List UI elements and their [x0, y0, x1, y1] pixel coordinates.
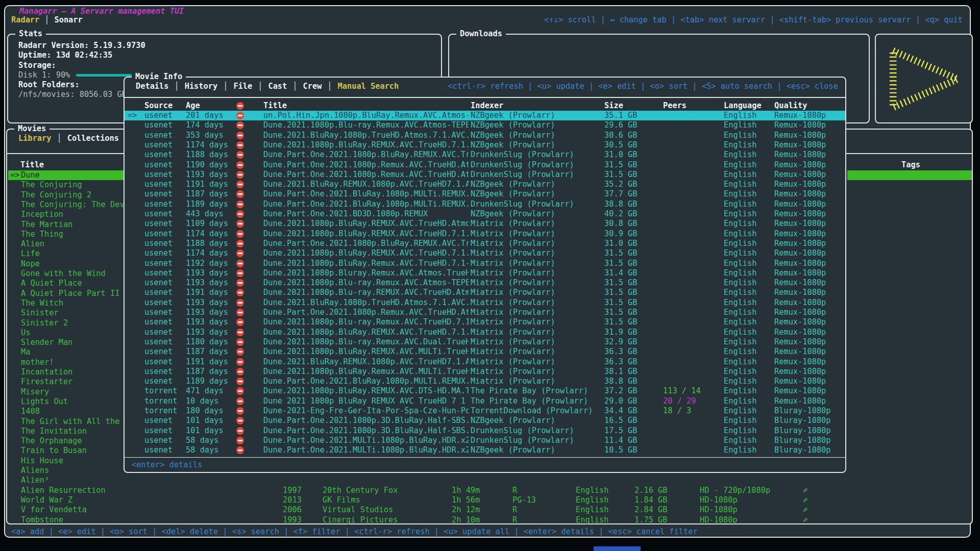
- cell-title: Dune.Part.One.2021.1080p.3D.BluRay.Half-…: [263, 416, 469, 425]
- cell-indexer: NZBgeek (Prowlarr): [471, 209, 602, 219]
- cell-size: 16.5 GB: [604, 416, 637, 425]
- cell-size: 40.2 GB: [604, 209, 637, 219]
- cell-language: English: [724, 239, 756, 248]
- search-result-row[interactable]: usenet1187 daysDune.2021.1080p.BluRay.Re…: [125, 367, 845, 377]
- cell-studio: GK Films: [323, 495, 360, 505]
- search-result-row[interactable]: torrent471 daysDune.2021.1080p.BluRay.RE…: [125, 386, 845, 396]
- search-result-row[interactable]: usenet101 daysDune.Part.One.2021.1080p.3…: [125, 416, 845, 425]
- cell-indexer: Miatrix (Prowlarr): [471, 278, 602, 288]
- cell-title: Dune.Part.One.2021.BluRay.1080p.MULTi.RE…: [263, 189, 469, 199]
- search-result-row[interactable]: usenet1193 daysDune.2021.1080p.Bluray.Re…: [125, 268, 845, 278]
- search-result-row[interactable]: usenet1191 daysDune.2021.1080p.Blu-ray.R…: [125, 288, 845, 297]
- cell-language: English: [724, 328, 756, 337]
- search-result-row[interactable]: usenet1193 daysDune.2021.1080p.BluRay.RE…: [125, 328, 845, 337]
- search-result-row[interactable]: usenet1174 daysDune.2021.1080p.BluRay.RE…: [125, 229, 845, 239]
- search-result-row[interactable]: usenet1191 daysDune.2021.BluRay.REMUX.10…: [125, 180, 845, 189]
- tab-radarr[interactable]: Radarr: [11, 15, 39, 24]
- search-result-row[interactable]: usenet1188 daysDune.Part.One.2021.1080p.…: [125, 239, 845, 248]
- search-result-row[interactable]: =>usenet201 daysun.Pol.Hin.Jpn.1080p.Blu…: [125, 111, 845, 120]
- no-entry-icon: [236, 368, 244, 375]
- search-result-row[interactable]: usenet1180 daysDune.2021.1080p.Blu-ray.R…: [125, 337, 845, 347]
- no-entry-icon: [236, 249, 244, 257]
- stats-panel-title: Stats: [15, 29, 46, 38]
- cell-indexer: DrunkenSlug (Prowlarr): [471, 160, 602, 170]
- search-result-row[interactable]: usenet1109 daysDune.2021.1080p.BluRay.RE…: [125, 219, 845, 229]
- movie-table-row[interactable]: 2013GK Films1h 56mPG-13English1.84 GBHD-…: [7, 495, 972, 505]
- cell-title: Dune.2021.BluRay.1080p.TrueHD.Atmos.7.1.…: [263, 131, 469, 140]
- cell-language: English: [724, 259, 756, 268]
- search-result-row[interactable]: usenet1189 daysDune.Part.One.2021.BluRay…: [125, 199, 845, 209]
- search-result-row[interactable]: usenet1193 daysDune.2021.1080p.Blu-ray.R…: [125, 278, 845, 288]
- managarr-play-logo: [885, 42, 965, 116]
- tag-icon: ✎: [803, 495, 807, 505]
- search-result-row[interactable]: usenet1191 daysDune.2021.BluRay.REMUX.10…: [125, 357, 845, 367]
- cell-source: usenet: [144, 219, 173, 229]
- search-result-row[interactable]: usenet1193 daysDune.Part.One.2021.1080p.…: [125, 308, 845, 317]
- search-result-row[interactable]: usenet1188 daysDune.Part.One.2021.1080p.…: [125, 150, 845, 160]
- modal-tab-manual-search[interactable]: Manual Search: [338, 82, 399, 91]
- cell-quality: Remux-1080p: [774, 328, 826, 337]
- cell-source: usenet: [144, 189, 173, 199]
- cell-indexer: NZBgeek (Prowlarr): [471, 189, 602, 199]
- search-result-row[interactable]: usenet1193 daysDune.2021.BluRay.1080p.Tr…: [125, 298, 845, 308]
- cell-title: Dune.2021.1080p.Blu-ray.Remux.AVC.TrueHD…: [263, 317, 469, 327]
- search-result-row[interactable]: torrent10 daysDune 2021 1080p BluRay REM…: [125, 396, 845, 406]
- cell-language: English: [724, 416, 756, 425]
- no-entry-icon: [236, 289, 244, 296]
- modal-tab-details[interactable]: Details: [136, 82, 185, 91]
- modal-tab-crew[interactable]: Crew: [303, 82, 338, 91]
- cell-age: 174 days: [186, 120, 224, 130]
- no-entry-icon: [236, 378, 244, 385]
- cell-peers: 18 / 3: [663, 406, 691, 416]
- cell-size: 31.5 GB: [604, 160, 637, 170]
- search-result-row[interactable]: torrent180 daysDune-2021-Eng-Fre-Ger-Ita…: [125, 406, 845, 416]
- cell-language: English: [724, 199, 756, 209]
- modal-tab-history[interactable]: History: [185, 82, 234, 91]
- cell-size: 31.5 GB: [604, 248, 637, 258]
- modal-tabs-separator: [125, 97, 845, 98]
- search-result-row[interactable]: usenet1193 daysDune.Part.One.2021.1080p.…: [125, 170, 845, 180]
- cell-source: usenet: [144, 120, 173, 130]
- search-result-row[interactable]: usenet174 daysDune.2021.1080p.Blu-ray.Re…: [125, 120, 845, 130]
- modal-tab-file[interactable]: File: [233, 82, 268, 91]
- cell-language: English: [724, 445, 756, 455]
- movie-table-row[interactable]: 1993Cinergi Pictures2h 10mREnglish1.75 G…: [7, 515, 972, 525]
- cell-source: usenet: [144, 308, 173, 317]
- column-header-quality: Quality: [774, 101, 807, 110]
- search-result-row[interactable]: usenet58 daysDune.Part.One.2021.MULTi.10…: [125, 436, 845, 445]
- cell-source: usenet: [144, 160, 173, 170]
- search-result-row[interactable]: usenet353 daysDune.2021.BluRay.1080p.Tru…: [125, 131, 845, 140]
- movie-table-row[interactable]: 199720th Century Fox1h 49mREnglish2.16 G…: [7, 486, 972, 495]
- cell-language: English: [724, 347, 756, 357]
- tab-sonarr[interactable]: Sonarr: [54, 15, 82, 24]
- cell-age: 353 days: [186, 131, 224, 140]
- search-result-row[interactable]: usenet443 daysDune.Part.One.2021.BD3D.10…: [125, 209, 845, 219]
- cell-quality: HD-1080p: [700, 495, 738, 505]
- cell-age: 1193 days: [186, 170, 228, 180]
- cell-quality: Remux-1080p: [774, 248, 826, 258]
- search-result-row[interactable]: usenet101 daysDune.Part.One.2021.1080p.3…: [125, 426, 845, 436]
- cell-age: 1191 days: [186, 180, 228, 189]
- cell-language: English: [576, 505, 608, 515]
- cell-quality: Remux-1080p: [774, 386, 826, 396]
- search-result-row[interactable]: usenet1189 daysDune.Part.One.2021.BluRay…: [125, 377, 845, 386]
- column-header-indexer: Indexer: [471, 101, 503, 110]
- search-result-row[interactable]: usenet1174 daysDune.2021.1080p.BluRay.RE…: [125, 140, 845, 150]
- cell-quality: Remux-1080p: [774, 120, 826, 130]
- search-result-row[interactable]: usenet1174 daysDune.2021.1080p.BluRay.RE…: [125, 248, 845, 258]
- search-result-row[interactable]: usenet1187 daysDune.Part.One.2021.BluRay…: [125, 189, 845, 199]
- cell-indexer: TorrentDownload (Prowlarr): [471, 406, 602, 416]
- search-result-row[interactable]: usenet58 daysDune.Part.One.2021.MULTi.10…: [125, 445, 845, 455]
- search-result-row[interactable]: usenet1193 daysDune.2021.1080p.Blu-ray.R…: [125, 317, 845, 327]
- search-result-row[interactable]: usenet1190 daysDune.Part.One.2021.1080p.…: [125, 160, 845, 170]
- cell-age: 1188 days: [186, 150, 228, 160]
- movie-table-row[interactable]: 2006Virtual Studios2h 12mREnglish2.84 GB…: [7, 505, 972, 515]
- modal-tab-cast[interactable]: Cast: [268, 82, 303, 91]
- cell-age: 1190 days: [186, 160, 228, 170]
- cell-source: usenet: [144, 436, 173, 445]
- cell-source: usenet: [144, 416, 173, 425]
- search-result-row[interactable]: usenet1192 daysDune.2021.1080p.BluRay.Re…: [125, 259, 845, 268]
- cell-size: 11.4 GB: [604, 436, 637, 445]
- cell-title: Dune.2021.1080p.BluRay.REMUX.AVC.TrueHD.…: [263, 248, 469, 258]
- search-result-row[interactable]: usenet1187 daysDune.2021.1080p.BluRay.RE…: [125, 347, 845, 357]
